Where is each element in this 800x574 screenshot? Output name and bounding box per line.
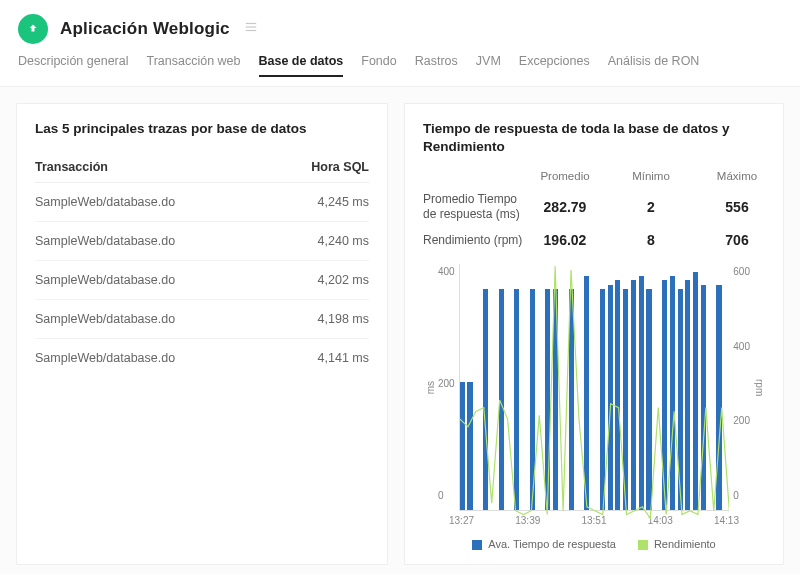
response-throughput-card: Tiempo de respuesta de toda la base de d… [404, 103, 784, 565]
metric-row: Promedio Tiempo de respuesta (ms)282.792… [423, 192, 765, 222]
metric-row: Rendimiento (rpm)196.028706 [423, 232, 765, 248]
y-axis-right-label: rpm [752, 379, 765, 396]
metric-label: Promedio Tiempo de respuesta (ms) [423, 192, 537, 222]
metric-headers: Promedio Mínimo Máximo [423, 170, 765, 182]
tab-descripción-general[interactable]: Descripción general [18, 54, 128, 76]
upload-icon [18, 14, 48, 44]
tab-rastros[interactable]: Rastros [415, 54, 458, 76]
y-axis-right-ticks: 6004002000 [729, 264, 752, 510]
metric-rows: Promedio Tiempo de respuesta (ms)282.792… [423, 192, 765, 258]
y-axis-left-ticks: 4002000 [436, 264, 459, 510]
menu-icon[interactable] [244, 20, 258, 38]
txn-time: 4,202 ms [318, 273, 369, 287]
card-title: Las 5 principales trazas por base de dat… [35, 120, 369, 138]
header-max: Máximo [709, 170, 765, 182]
txn-name: SampleWeb/database.do [35, 234, 175, 248]
metric-avg: 282.79 [537, 199, 593, 215]
chart: ms 4002000 6004002000 rpm 13:2713:3913:5… [423, 264, 765, 550]
throughput-line [460, 267, 730, 519]
header-min: Mínimo [623, 170, 679, 182]
txn-name: SampleWeb/database.do [35, 351, 175, 365]
tabs-nav: Descripción generalTransacción webBase d… [0, 54, 800, 87]
tab-jvm[interactable]: JVM [476, 54, 501, 76]
metric-max: 706 [709, 232, 765, 248]
y-axis-left-label: ms [423, 381, 436, 394]
metric-label: Rendimiento (rpm) [423, 233, 537, 248]
txn-name: SampleWeb/database.do [35, 195, 175, 209]
top-traces-card: Las 5 principales trazas por base de dat… [16, 103, 388, 565]
metric-min: 8 [623, 232, 679, 248]
txn-name: SampleWeb/database.do [35, 312, 175, 326]
table-row[interactable]: SampleWeb/database.do4,198 ms [35, 300, 369, 339]
legend-response-time: Ava. Tiempo de respuesta [472, 538, 616, 550]
chart-legend: Ava. Tiempo de respuesta Rendimiento [423, 538, 765, 550]
col-transaction: Transacción [35, 160, 108, 174]
tab-base-de-datos[interactable]: Base de datos [259, 54, 344, 76]
metric-avg: 196.02 [537, 232, 593, 248]
table-row[interactable]: SampleWeb/database.do4,141 ms [35, 339, 369, 377]
table-header: Transacción Hora SQL [35, 152, 369, 183]
content-area: Las 5 principales trazas por base de dat… [0, 87, 800, 574]
table-row[interactable]: SampleWeb/database.do4,240 ms [35, 222, 369, 261]
page-title: Aplicación Weblogic [60, 19, 230, 39]
header-avg: Promedio [537, 170, 593, 182]
metric-min: 2 [623, 199, 679, 215]
table-row[interactable]: SampleWeb/database.do4,245 ms [35, 183, 369, 222]
tab-excepciones[interactable]: Excepciones [519, 54, 590, 76]
app-header: Aplicación Weblogic [0, 0, 800, 54]
tab-fondo[interactable]: Fondo [361, 54, 396, 76]
tab-transacción-web[interactable]: Transacción web [146, 54, 240, 76]
table-row[interactable]: SampleWeb/database.do4,202 ms [35, 261, 369, 300]
txn-time: 4,198 ms [318, 312, 369, 326]
txn-name: SampleWeb/database.do [35, 273, 175, 287]
metric-max: 556 [709, 199, 765, 215]
txn-time: 4,141 ms [318, 351, 369, 365]
col-sql-time: Hora SQL [311, 160, 369, 174]
plot-area [459, 264, 730, 510]
txn-time: 4,245 ms [318, 195, 369, 209]
card-title: Tiempo de respuesta de toda la base de d… [423, 120, 765, 156]
legend-throughput: Rendimiento [638, 538, 716, 550]
txn-time: 4,240 ms [318, 234, 369, 248]
table-body: SampleWeb/database.do4,245 msSampleWeb/d… [35, 183, 369, 377]
tab-análisis-de-ron[interactable]: Análisis de RON [608, 54, 700, 76]
